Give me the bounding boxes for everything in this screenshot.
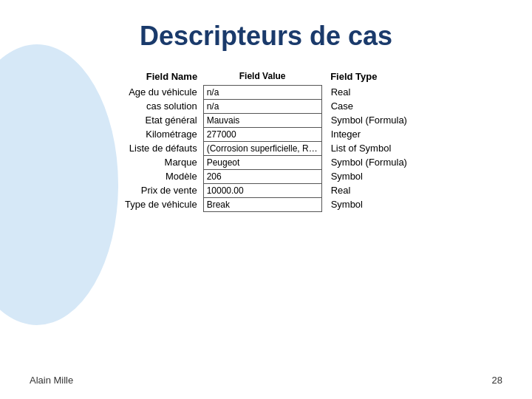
cell-field-type: Real (321, 183, 413, 197)
cell-field-type: Symbol (321, 197, 413, 211)
cell-field-name: Modèle (119, 169, 203, 183)
table-row: MarquePeugeotSymbol (Formula) (119, 155, 413, 169)
cell-field-type: List of Symbol (321, 141, 413, 155)
cell-field-type: Symbol (Formula) (321, 113, 413, 127)
cell-field-name: Type de véhicule (119, 197, 203, 211)
cell-field-value: Mauvais (203, 113, 321, 127)
cell-field-value: Break (203, 197, 321, 211)
page-title: Descripteurs de cas (0, 21, 532, 52)
cell-field-value: n/a (203, 99, 321, 113)
cell-field-name: Age du véhicule (119, 85, 203, 99)
header-name: Field Name (119, 69, 203, 85)
table-row: Age du véhiculen/aReal (119, 85, 413, 99)
cell-field-value: 277000 (203, 127, 321, 141)
main-content: Descripteurs de cas Field Name Field Val… (0, 0, 532, 399)
table-row: Kilométrage277000Integer (119, 127, 413, 141)
cell-field-type: Real (321, 85, 413, 99)
table-row: Liste de défauts(Corrosion superficielle… (119, 141, 413, 155)
header-value: Field Value (203, 69, 321, 85)
descriptors-table: Field Name Field Value Field Type Age du… (119, 69, 413, 212)
cell-field-value: 206 (203, 169, 321, 183)
cell-field-name: Kilométrage (119, 127, 203, 141)
table-wrapper: Field Name Field Value Field Type Age du… (0, 69, 532, 212)
cell-field-type: Symbol (321, 169, 413, 183)
cell-field-name: Marque (119, 155, 203, 169)
cell-field-value: Peugeot (203, 155, 321, 169)
cell-field-type: Integer (321, 127, 413, 141)
cell-field-type: Symbol (Formula) (321, 155, 413, 169)
cell-field-value: n/a (203, 85, 321, 99)
cell-field-value: 10000.00 (203, 183, 321, 197)
cell-field-type: Case (321, 99, 413, 113)
table-row: Modèle206Symbol (119, 169, 413, 183)
cell-field-value: (Corrosion superficielle, R… (203, 141, 321, 155)
table-header-row: Field Name Field Value Field Type (119, 69, 413, 85)
header-type: Field Type (321, 69, 413, 85)
table-row: cas solutionn/aCase (119, 99, 413, 113)
cell-field-name: Prix de vente (119, 183, 203, 197)
cell-field-name: cas solution (119, 99, 203, 113)
cell-field-name: Etat général (119, 113, 203, 127)
table-row: Etat généralMauvaisSymbol (Formula) (119, 113, 413, 127)
table-row: Prix de vente10000.00Real (119, 183, 413, 197)
table-row: Type de véhiculeBreakSymbol (119, 197, 413, 211)
cell-field-name: Liste de défauts (119, 141, 203, 155)
